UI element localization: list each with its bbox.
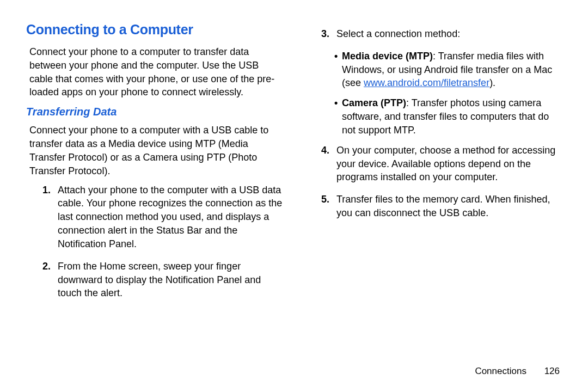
bullet-mtp: Media device (MTP): Transfer media files… [334, 50, 562, 90]
step-5: 5. Transfer files to the memory card. Wh… [321, 193, 562, 220]
intro-paragraph: Connect your phone to a computer to tran… [26, 45, 283, 99]
step-1: 1. Attach your phone to the computer wit… [42, 183, 283, 251]
ptp-label: Camera (PTP) [342, 97, 406, 108]
page-footer: Connections 126 [475, 366, 560, 377]
step-2: 2. From the Home screen, sweep your fing… [42, 260, 283, 300]
step-number: 3. [321, 27, 329, 41]
step-text: From the Home screen, sweep your finger … [58, 261, 261, 299]
step-text: Attach your phone to the computer with a… [58, 185, 282, 249]
connection-methods: Media device (MTP): Transfer media files… [334, 50, 562, 137]
page-number: 126 [544, 366, 560, 376]
steps-list-right-2: 4. On your computer, choose a method for… [321, 144, 562, 220]
page-title: Connecting to a Computer [26, 22, 283, 38]
right-column: 3. Select a connection method: Media dev… [305, 22, 562, 370]
step-4: 4. On your computer, choose a method for… [321, 144, 562, 184]
step-number: 1. [42, 183, 51, 197]
mtp-text-b: ). [489, 77, 495, 88]
sub-intro-paragraph: Connect your phone to a computer with a … [26, 124, 283, 177]
step-text: Select a connection method: [336, 28, 460, 39]
step-number: 2. [42, 260, 51, 273]
step-3: 3. Select a connection method: [321, 27, 562, 41]
sub-heading: Transferring Data [26, 106, 283, 118]
mtp-label: Media device (MTP) [342, 51, 433, 62]
left-column: Connecting to a Computer Connect your ph… [26, 22, 283, 370]
step-text: On your computer, choose a method for ac… [336, 145, 555, 183]
manual-page: Connecting to a Computer Connect your ph… [0, 0, 588, 392]
bullet-ptp: Camera (PTP): Transfer photos using came… [334, 96, 562, 137]
steps-list-right: 3. Select a connection method: [321, 27, 562, 41]
step-number: 4. [321, 144, 329, 157]
step-number: 5. [321, 193, 329, 206]
steps-list-left: 1. Attach your phone to the computer wit… [42, 183, 283, 301]
section-name: Connections [475, 366, 526, 376]
step-text: Transfer files to the memory card. When … [336, 194, 550, 218]
file-transfer-link[interactable]: www.android.com/filetransfer [364, 77, 489, 88]
